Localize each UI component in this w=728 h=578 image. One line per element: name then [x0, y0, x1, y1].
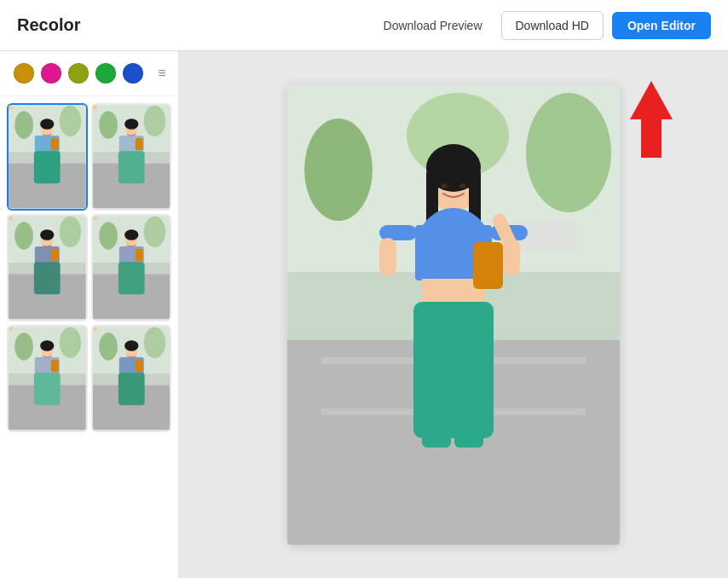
- svg-rect-38: [51, 249, 59, 261]
- svg-rect-50: [118, 262, 144, 294]
- svg-rect-20: [93, 106, 97, 110]
- thumbnail-item[interactable]: [7, 103, 88, 211]
- svg-point-3: [14, 111, 33, 139]
- svg-point-104: [441, 183, 448, 188]
- svg-point-83: [304, 118, 373, 221]
- svg-rect-96: [473, 242, 503, 289]
- svg-rect-72: [93, 327, 97, 332]
- main-layout: ≡: [0, 51, 728, 578]
- svg-point-58: [40, 340, 54, 351]
- thumbnail-item[interactable]: [7, 214, 88, 321]
- svg-rect-25: [135, 138, 142, 150]
- svg-point-6: [40, 118, 54, 130]
- svg-point-105: [459, 183, 466, 188]
- svg-rect-98: [379, 238, 396, 276]
- main-image: [287, 84, 620, 545]
- svg-rect-7: [9, 106, 13, 110]
- svg-rect-46: [93, 217, 97, 221]
- svg-point-68: [99, 332, 118, 361]
- svg-rect-103: [454, 432, 483, 448]
- svg-rect-33: [9, 217, 13, 221]
- svg-rect-102: [422, 432, 451, 448]
- svg-point-42: [99, 222, 118, 250]
- svg-rect-97: [379, 225, 417, 240]
- arrow-annotation: [617, 77, 685, 145]
- svg-rect-37: [34, 262, 61, 294]
- thumbnail-grid: [0, 96, 178, 439]
- svg-rect-12: [51, 138, 59, 150]
- blue-swatch[interactable]: [123, 63, 143, 84]
- svg-point-4: [60, 106, 81, 136]
- yellow-swatch[interactable]: [14, 63, 34, 84]
- svg-rect-76: [118, 373, 144, 405]
- svg-rect-59: [9, 327, 13, 332]
- svg-point-32: [40, 229, 54, 240]
- svg-point-69: [143, 327, 165, 358]
- svg-point-17: [143, 106, 165, 136]
- download-hd-button[interactable]: Download HD: [501, 11, 604, 40]
- svg-rect-77: [135, 360, 142, 372]
- main-content: [179, 51, 728, 578]
- svg-rect-95: [413, 302, 494, 438]
- header-actions: Download Preview Download HD Open Editor: [373, 11, 711, 40]
- svg-rect-64: [51, 360, 59, 372]
- settings-icon[interactable]: ≡: [152, 63, 172, 84]
- svg-point-19: [124, 118, 138, 130]
- svg-point-29: [14, 222, 33, 250]
- svg-point-56: [60, 327, 81, 358]
- svg-rect-11: [34, 151, 61, 183]
- svg-point-84: [526, 93, 611, 212]
- thumbnail-item[interactable]: [91, 103, 172, 211]
- thumbnail-item[interactable]: [91, 325, 172, 432]
- svg-point-45: [124, 229, 138, 240]
- svg-rect-51: [135, 249, 142, 261]
- open-editor-button[interactable]: Open Editor: [612, 12, 711, 39]
- color-swatches-row: ≡: [0, 51, 178, 96]
- olive-swatch[interactable]: [68, 63, 89, 84]
- svg-point-43: [143, 217, 165, 247]
- svg-rect-63: [34, 373, 61, 405]
- green-swatch[interactable]: [95, 63, 116, 84]
- svg-marker-106: [630, 81, 673, 158]
- pink-swatch[interactable]: [41, 63, 61, 84]
- svg-point-71: [124, 340, 138, 351]
- app-header: Recolor Download Preview Download HD Ope…: [0, 0, 728, 51]
- svg-point-16: [99, 111, 118, 139]
- thumbnail-item[interactable]: [91, 214, 172, 321]
- svg-point-55: [14, 332, 33, 361]
- sidebar: ≡: [0, 51, 179, 578]
- app-title: Recolor: [17, 15, 80, 35]
- thumbnail-item[interactable]: [7, 325, 88, 432]
- svg-point-30: [60, 217, 81, 247]
- svg-rect-24: [118, 151, 144, 183]
- download-preview-button[interactable]: Download Preview: [373, 12, 493, 39]
